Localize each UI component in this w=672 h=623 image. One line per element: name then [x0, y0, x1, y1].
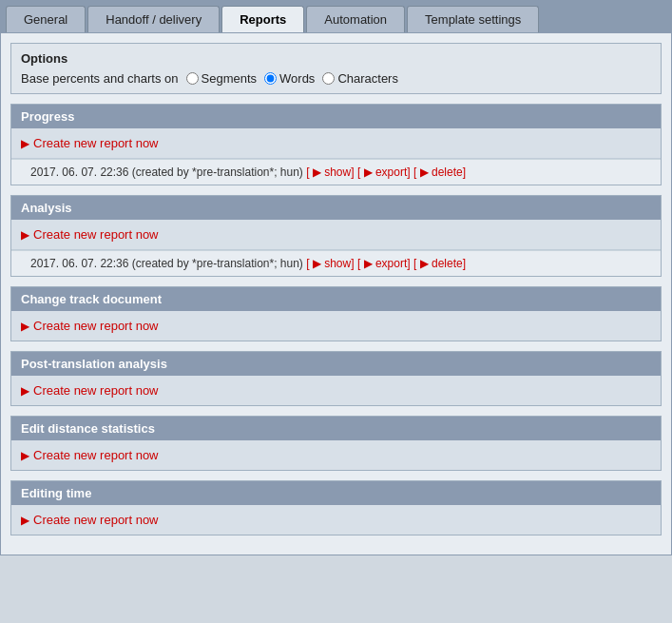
radio-words-label: Words: [279, 71, 315, 86]
options-section: Options Base percents and charts on Segm…: [10, 43, 662, 94]
create-new-report-link[interactable]: Create new report now: [33, 136, 159, 150]
bracket-open: [: [357, 257, 364, 270]
create-new-report-link[interactable]: Create new report now: [33, 383, 159, 398]
bracket-close: ]: [351, 257, 354, 270]
create-new-report-link[interactable]: Create new report now: [33, 448, 159, 462]
create-row: ▶Create new report now: [11, 220, 661, 250]
section-body: ▶Create new report now: [11, 440, 661, 470]
create-row: ▶Create new report now: [11, 128, 661, 159]
create-row: ▶Create new report now: [11, 311, 661, 341]
section-header: Change track document: [11, 287, 661, 311]
bracket-open: [: [413, 257, 420, 270]
tab-bar: GeneralHandoff / deliveryReportsAutomati…: [0, 0, 672, 32]
radio-characters-label: Characters: [337, 71, 398, 86]
section-change-track-document: Change track document▶Create new report …: [10, 286, 662, 341]
create-row: ▶Create new report now: [11, 376, 661, 405]
section-header: Post-translation analysis: [11, 352, 661, 376]
bracket-open: [: [306, 165, 313, 179]
section-body: ▶Create new report now2017. 06. 07. 22:3…: [11, 128, 661, 185]
section-header: Edit distance statistics: [11, 417, 661, 440]
section-body: ▶Create new report now: [11, 376, 661, 405]
action-show[interactable]: ▶ show: [313, 165, 351, 179]
create-new-report-link[interactable]: Create new report now: [33, 319, 159, 333]
action-export[interactable]: ▶ export: [364, 165, 408, 179]
section-header: Progress: [11, 105, 661, 128]
tab-general[interactable]: General: [6, 6, 86, 32]
create-row: ▶Create new report now: [11, 505, 661, 535]
radio-segments-input[interactable]: [186, 72, 199, 85]
section-body: ▶Create new report now: [11, 311, 661, 341]
tab-automation[interactable]: Automation: [306, 6, 405, 32]
bracket-close: ]: [407, 257, 410, 270]
report-entry: 2017. 06. 07. 22:36 (created by *pre-tra…: [11, 250, 661, 276]
action-delete[interactable]: ▶ delete: [420, 257, 463, 270]
bracket-open: [: [306, 257, 313, 270]
section-edit-distance-statistics: Edit distance statistics▶Create new repo…: [10, 416, 662, 471]
bracket-open: [: [413, 165, 420, 179]
sections-container: Progress▶Create new report now2017. 06. …: [10, 104, 662, 535]
create-new-report-link[interactable]: Create new report now: [33, 227, 159, 242]
base-label: Base percents and charts on: [21, 71, 179, 86]
main-content: Options Base percents and charts on Segm…: [0, 32, 672, 555]
bracket-close: ]: [407, 165, 410, 179]
radio-words[interactable]: Words: [264, 71, 315, 86]
tab-reports[interactable]: Reports: [221, 6, 304, 32]
section-analysis: Analysis▶Create new report now2017. 06. …: [10, 195, 662, 277]
arrow-icon: ▶: [21, 384, 29, 398]
section-header: Editing time: [11, 481, 661, 505]
radio-characters[interactable]: Characters: [322, 71, 398, 86]
arrow-icon: ▶: [21, 320, 29, 333]
section-post-translation-analysis: Post-translation analysis▶Create new rep…: [10, 351, 662, 406]
arrow-icon: ▶: [21, 514, 29, 527]
tab-template-settings[interactable]: Template settings: [407, 6, 539, 32]
bracket-close: ]: [463, 165, 466, 179]
arrow-icon: ▶: [21, 137, 29, 150]
options-row: Base percents and charts on Segments Wor…: [21, 71, 651, 86]
radio-characters-input[interactable]: [322, 72, 335, 85]
action-export[interactable]: ▶ export: [364, 257, 408, 270]
create-row: ▶Create new report now: [11, 440, 661, 470]
action-delete[interactable]: ▶ delete: [420, 165, 463, 179]
bracket-close: ]: [463, 257, 466, 270]
radio-segments[interactable]: Segments: [186, 71, 258, 86]
bracket-open: [: [357, 165, 364, 179]
options-title: Options: [21, 51, 651, 66]
arrow-icon: ▶: [21, 449, 29, 462]
section-body: ▶Create new report now2017. 06. 07. 22:3…: [11, 220, 661, 276]
report-entry: 2017. 06. 07. 22:36 (created by *pre-tra…: [11, 159, 661, 185]
create-new-report-link[interactable]: Create new report now: [33, 513, 159, 527]
bracket-close: ]: [351, 165, 354, 179]
section-progress: Progress▶Create new report now2017. 06. …: [10, 104, 662, 185]
radio-words-input[interactable]: [264, 72, 277, 85]
section-editing-time: Editing time▶Create new report now: [10, 480, 662, 535]
tab-handoff---delivery[interactable]: Handoff / delivery: [87, 6, 220, 32]
radio-segments-label: Segments: [202, 71, 258, 86]
section-header: Analysis: [11, 196, 661, 220]
action-show[interactable]: ▶ show: [313, 257, 351, 270]
section-body: ▶Create new report now: [11, 505, 661, 535]
arrow-icon: ▶: [21, 228, 29, 242]
